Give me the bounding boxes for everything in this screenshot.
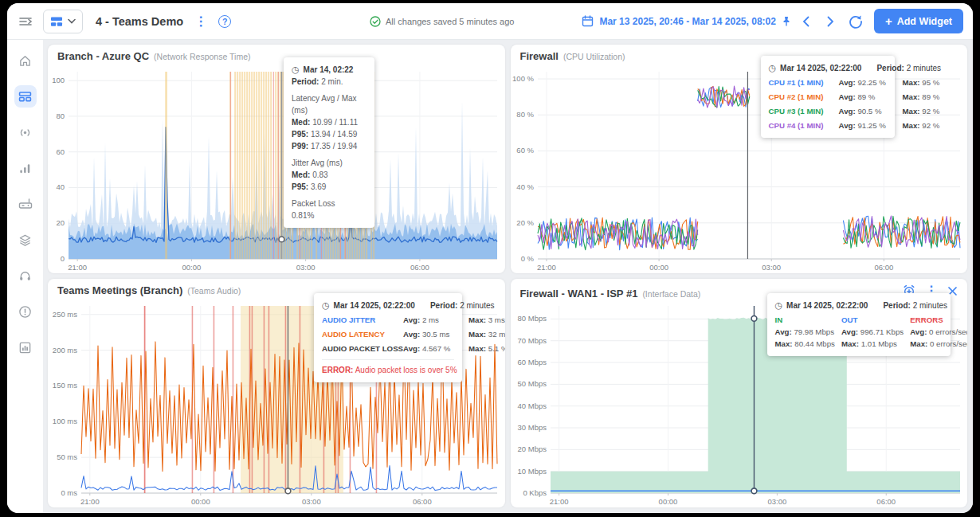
svg-text:03:00: 03:00: [302, 497, 321, 506]
svg-text:03:00: 03:00: [296, 263, 316, 272]
svg-text:21:00: 21:00: [537, 263, 556, 272]
widget-title: Branch - Azure QC: [57, 50, 149, 62]
chart-area: 02040608010021:0000:0003:0006:00: [48, 65, 505, 273]
sidebar-item-devices[interactable]: [14, 193, 37, 215]
sidebar-item-alerts[interactable]: [14, 300, 37, 323]
page-title: 4 - Teams Demo: [96, 15, 183, 28]
svg-text:30 Mbps: 30 Mbps: [517, 423, 547, 432]
svg-text:40 Mbps: 40 Mbps: [517, 401, 547, 410]
widget-cpu-utilization: Firewall (CPU Utilization) 0 %20 %40 %60…: [511, 45, 968, 273]
svg-text:20 Mbps: 20 Mbps: [517, 445, 547, 453]
teams-audio-tooltip: ◷Mar 14 2025, 02:22:00Period: 2 minutes …: [314, 293, 462, 382]
refresh-icon[interactable]: [849, 14, 863, 29]
svg-text:06:00: 06:00: [410, 263, 429, 272]
widget-interface-data: Firewall - WAN1 - ISP #1 (Interface Data…: [511, 279, 968, 507]
date-range-picker[interactable]: Mar 13 2025, 20:46 - Mar 14 2025, 08:02: [582, 15, 790, 27]
widget-network-response-time: Branch - Azure QC (Network Response Time…: [48, 45, 505, 273]
report-chart-icon: [18, 341, 32, 354]
sidebar-item-metrics[interactable]: [14, 157, 37, 179]
network-response-time-chart[interactable]: 02040608010021:0000:0003:0006:00: [48, 65, 505, 273]
plus-icon: +: [885, 14, 892, 28]
svg-text:80 %: 80 %: [516, 110, 534, 119]
svg-text:0: 0: [61, 254, 65, 263]
svg-text:200 ms: 200 ms: [53, 346, 77, 354]
svg-text:00:00: 00:00: [649, 263, 668, 272]
svg-text:03:00: 03:00: [767, 497, 786, 506]
add-widget-button[interactable]: + Add Widget: [874, 9, 963, 33]
svg-text:60 %: 60 %: [516, 146, 534, 155]
widget-header: Branch - Azure QC (Network Response Time…: [48, 45, 505, 65]
widget-subtitle: (Interface Data): [642, 289, 700, 299]
svg-text:00:00: 00:00: [182, 263, 202, 272]
dashboard-grid: Branch - Azure QC (Network Response Time…: [43, 40, 973, 513]
svg-text:100 ms: 100 ms: [53, 417, 77, 425]
svg-text:50 ms: 50 ms: [57, 452, 77, 461]
next-period-icon[interactable]: [827, 16, 834, 27]
chevron-down-icon: [68, 18, 76, 24]
sidebar-item-home[interactable]: [14, 49, 37, 72]
svg-text:150 ms: 150 ms: [53, 381, 77, 390]
clock-icon: ◷: [292, 64, 300, 76]
interface-tooltip: ◷Mar 14 2025, 02:22:00Period: 2 minutes …: [767, 293, 951, 356]
tooltip-col-errors: ERRORS Avg: 0 errors/sec Max: 0 errors/s…: [910, 314, 967, 350]
sidebar: [7, 40, 43, 513]
calendar-icon: [582, 15, 594, 27]
svg-text:21:00: 21:00: [80, 497, 100, 506]
svg-text:21:00: 21:00: [549, 497, 568, 506]
svg-text:100 %: 100 %: [512, 74, 534, 83]
sidebar-item-dashboards[interactable]: [14, 85, 37, 108]
svg-text:50 Mbps: 50 Mbps: [517, 379, 547, 388]
home-icon: [18, 54, 32, 68]
tooltip-col-out: OUT Avg: 996.71 Kbps Max: 1.01 Mbps: [841, 314, 904, 350]
topbar-controls: Mar 13 2025, 20:46 - Mar 14 2025, 08:02 …: [582, 9, 973, 33]
help-icon[interactable]: ?: [218, 15, 231, 28]
svg-text:0 %: 0 %: [520, 254, 534, 263]
router-icon: [18, 198, 33, 211]
svg-text:03:00: 03:00: [762, 263, 781, 272]
svg-text:00:00: 00:00: [658, 497, 677, 506]
svg-text:06:00: 06:00: [874, 263, 893, 272]
sidebar-item-reports[interactable]: [14, 336, 37, 358]
svg-text:80: 80: [56, 112, 65, 120]
sidebar-item-templates[interactable]: [14, 229, 37, 251]
app-window: 4 - Teams Demo ⋮ ? All changes saved 5 m…: [7, 3, 973, 513]
check-circle-icon: [370, 16, 381, 27]
dashboard-selector-button[interactable]: [43, 10, 83, 33]
svg-text:250 ms: 250 ms: [53, 310, 77, 319]
sidebar-collapse-icon[interactable]: [7, 15, 43, 28]
widget-title: Firewall: [520, 50, 559, 62]
latency-tooltip: ◷Mar 14, 02:22 Period: 2 min. Latency Av…: [284, 57, 374, 228]
svg-text:06:00: 06:00: [876, 497, 896, 506]
tooltip-error-message: ERROR: Audio packet loss is over 5%: [322, 359, 454, 376]
svg-text:70 Mbps: 70 Mbps: [517, 336, 547, 345]
svg-text:0 ms: 0 ms: [61, 488, 77, 497]
tooltip-col-in: IN Avg: 79.98 Mbps Max: 80.44 Mbps: [775, 314, 835, 350]
svg-text:60: 60: [56, 147, 65, 156]
prev-period-icon[interactable]: [802, 16, 809, 27]
dashboard-menu-icon[interactable]: ⋮: [194, 15, 207, 28]
cpu-tooltip: ◷Mar 14 2025, 02:22:00Period: 2 minutes …: [761, 56, 895, 138]
widget-title: Teams Meetings (Branch): [57, 284, 182, 296]
svg-text:40: 40: [56, 182, 65, 191]
clock-icon: ◷: [769, 62, 777, 74]
sidebar-item-support[interactable]: [14, 264, 37, 287]
svg-text:40 %: 40 %: [516, 182, 534, 191]
pin-icon[interactable]: [782, 16, 791, 26]
svg-text:20 %: 20 %: [516, 218, 534, 227]
svg-text:06:00: 06:00: [413, 497, 432, 506]
save-status: All changes saved 5 minutes ago: [370, 16, 514, 27]
dashboard-grid-icon: [50, 15, 63, 28]
widget-subtitle: (Network Response Time): [154, 52, 250, 61]
svg-text:60 Mbps: 60 Mbps: [517, 358, 547, 366]
headset-icon: [18, 269, 32, 283]
clock-icon: ◷: [775, 300, 783, 311]
svg-text:10 Mbps: 10 Mbps: [517, 467, 547, 476]
svg-text:100: 100: [52, 76, 65, 84]
alert-circle-icon: [18, 305, 32, 319]
save-status-text: All changes saved 5 minutes ago: [386, 17, 514, 26]
date-range-text: Mar 13 2025, 20:46 - Mar 14 2025, 08:02: [599, 16, 775, 27]
svg-text:21:00: 21:00: [68, 263, 87, 272]
signal-bars-icon: [18, 162, 32, 175]
dashboards-icon: [18, 90, 32, 104]
sidebar-item-monitoring[interactable]: [14, 121, 37, 143]
